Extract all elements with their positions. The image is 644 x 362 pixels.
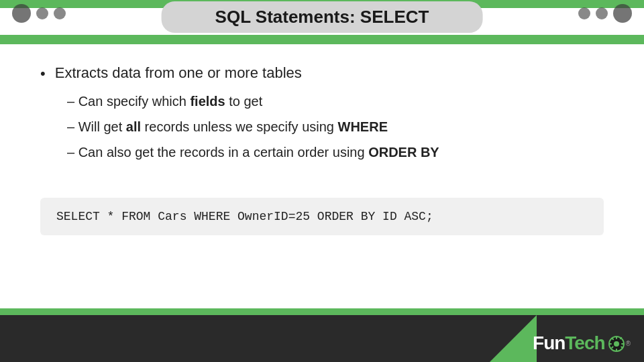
logo-tech: Tech	[565, 333, 604, 354]
circle-left-2	[36, 7, 48, 19]
circle-right-1	[578, 7, 590, 19]
main-bullet: • Extracts data from one or more tables	[40, 64, 604, 82]
sub-item-1-prefix: – Can specify which	[67, 94, 190, 109]
sub-item-1-bold: fields	[190, 94, 225, 109]
funtech-logo: FunTech ®	[533, 333, 631, 354]
sub-item-2-bold: all	[126, 119, 141, 134]
title-bar: SQL Statements: SELECT	[162, 1, 483, 33]
sub-item-3-prefix: – Can also get the records in a certain …	[67, 145, 368, 160]
sub-item-2-suffix: records unless we specify using	[141, 119, 337, 134]
sub-item-3: – Can also get the records in a certain …	[67, 143, 604, 162]
decor-circles-right	[578, 4, 632, 23]
gear-icon	[608, 335, 625, 353]
logo-fun: Fun	[533, 333, 565, 354]
sub-item-2-prefix: – Will get	[67, 119, 126, 134]
sub-items-list: – Can specify which fields to get – Will…	[67, 92, 604, 162]
sub-item-1: – Can specify which fields to get	[67, 92, 604, 111]
bottom-green-stripe	[0, 308, 644, 315]
bullet-dot: •	[40, 65, 46, 82]
code-block: SELECT * FROM Cars WHERE OwnerID=25 ORDE…	[40, 198, 604, 235]
circle-left-1	[12, 4, 31, 23]
logo-registered: ®	[626, 340, 631, 347]
svg-rect-5	[621, 343, 624, 345]
green-stripe	[0, 35, 644, 44]
sub-item-2-bold2: WHERE	[338, 119, 388, 134]
circle-left-3	[54, 7, 66, 19]
sub-item-1-suffix: to get	[225, 94, 263, 109]
bottom-bar: FunTech ®	[0, 315, 644, 362]
main-content: • Extracts data from one or more tables …	[0, 44, 644, 315]
code-text: SELECT * FROM Cars WHERE OwnerID=25 ORDE…	[56, 210, 433, 223]
svg-rect-2	[616, 337, 617, 339]
sub-item-2: – Will get all records unless we specify…	[67, 117, 604, 136]
circle-right-2	[596, 7, 608, 19]
svg-point-1	[614, 341, 619, 347]
circle-right-3	[613, 4, 632, 23]
svg-rect-3	[616, 349, 617, 351]
svg-rect-4	[609, 343, 612, 345]
bottom-triangle	[490, 315, 537, 362]
bullet-text: Extracts data from one or more tables	[55, 64, 302, 82]
slide-title: SQL Statements: SELECT	[215, 7, 429, 27]
decor-circles-left	[12, 4, 66, 23]
sub-item-3-bold: ORDER BY	[368, 145, 439, 160]
